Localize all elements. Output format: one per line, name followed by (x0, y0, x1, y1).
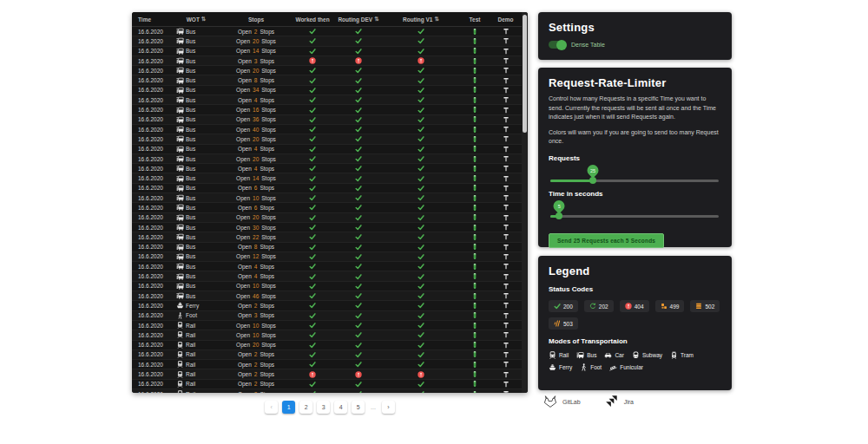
column-header-routing-dev[interactable]: Routing DEV⇅ (335, 16, 382, 23)
send-requests-button[interactable]: Send 25 Requests each 5 Seconds (549, 233, 664, 248)
transport-mode-funicular: Funicular (609, 363, 643, 371)
hammer-icon (503, 331, 510, 338)
worked-then-cell (290, 116, 335, 123)
table-row[interactable]: 16.6.2020BusOpen36Stops (132, 115, 522, 125)
demo-cell (490, 371, 522, 378)
table-row[interactable]: 16.6.2020RailOpen2Stops (132, 380, 522, 389)
table-row[interactable]: 16.6.2020BusOpen40Stops (132, 125, 522, 134)
worked-then-cell (290, 312, 335, 319)
table-row[interactable]: 16.6.2020RailOpen2Stops (132, 350, 522, 360)
table-row[interactable]: 16.6.2020BusOpen20Stops (132, 66, 522, 75)
table-row[interactable]: 16.6.2020BusOpen20Stops (132, 134, 522, 144)
table-row[interactable]: 16.6.2020RailOpen2Stops (132, 389, 522, 393)
pagination-prev-button[interactable]: ‹ (265, 401, 278, 414)
table-row[interactable]: 16.6.2020BusOpen8Stops (132, 75, 522, 85)
routing-dev-cell (335, 322, 382, 329)
test-cell (460, 390, 490, 393)
pagination-page-2[interactable]: 2 (299, 401, 312, 414)
table-row[interactable]: 16.6.2020BusOpen3Stops (132, 56, 522, 66)
column-header-label: Demo (497, 16, 513, 23)
time-cell: 16.6.2020 (132, 253, 170, 259)
time-cell: 16.6.2020 (132, 146, 170, 152)
gitlab-icon (543, 395, 557, 408)
table-scrollbar-thumb[interactable] (523, 15, 527, 133)
stops-cell: Open20Stops (222, 214, 290, 220)
routing-v1-cell (382, 302, 460, 309)
table-row[interactable]: 16.6.2020BusOpen46Stops (132, 291, 522, 301)
test-tube-icon (471, 282, 478, 290)
jira-link[interactable]: Jira (605, 395, 634, 408)
time-slider-thumb[interactable] (556, 212, 562, 219)
table-row[interactable]: 16.6.2020BusOpen22Stops (132, 232, 522, 242)
table-row[interactable]: 16.6.2020BusOpen6Stops (132, 184, 522, 193)
table-row[interactable]: 16.6.2020RailOpen2Stops (132, 369, 522, 379)
table-row[interactable]: 16.6.2020BusOpen4Stops (132, 145, 522, 154)
test-tube-icon (471, 28, 478, 36)
table-row[interactable]: 16.6.2020BusOpen14Stops (132, 173, 522, 183)
routing-dev-cell (335, 67, 382, 74)
table-row[interactable]: 16.6.2020BusOpen4Stops (132, 271, 522, 281)
table-row[interactable]: 16.6.2020BusOpen10Stops (132, 193, 522, 203)
column-header-wot[interactable]: WOT⇅ (170, 16, 222, 23)
check-icon (355, 390, 362, 393)
test-tube-icon (471, 252, 478, 260)
pagination-page-4[interactable]: 4 (334, 401, 347, 414)
check-icon (418, 390, 424, 393)
time-cell: 16.6.2020 (132, 273, 170, 279)
check-icon (309, 253, 316, 260)
check-icon (418, 292, 424, 299)
table-row[interactable]: 16.6.2020BusOpen14Stops (132, 47, 522, 56)
check-icon (355, 126, 362, 133)
check-icon (355, 312, 362, 319)
pagination-next-button[interactable]: › (382, 401, 395, 414)
mode-cell: Bus (170, 146, 222, 153)
tram-icon (670, 351, 678, 359)
table-row[interactable]: 16.6.2020BusOpen16Stops (132, 105, 522, 114)
table-row[interactable]: 16.6.2020BusOpen4Stops (132, 164, 522, 173)
check-icon (418, 96, 424, 103)
table-row[interactable]: 16.6.2020RailOpen20Stops (132, 341, 522, 350)
requests-slider-thumb[interactable] (589, 177, 596, 184)
table-row[interactable]: 16.6.2020BusOpen12Stops (132, 252, 522, 262)
requests-slider-fill (550, 180, 593, 182)
rail-icon (549, 351, 556, 359)
table-row[interactable]: 16.6.2020BusOpen6Stops (132, 203, 522, 212)
table-row[interactable]: 16.6.2020BusOpen20Stops (132, 213, 522, 223)
table-row[interactable]: 16.6.2020RailOpen10Stops (132, 321, 522, 330)
time-cell: 16.6.2020 (132, 116, 170, 122)
column-header-routing-v1[interactable]: Routing V1⇅ (382, 16, 460, 23)
time-slider[interactable]: 5 (550, 215, 719, 218)
table-row[interactable]: 16.6.2020FerryOpen2Stops (132, 301, 522, 310)
stops-cell: Open4Stops (222, 97, 290, 103)
table-row[interactable]: 16.6.2020BusOpen2Stops (132, 27, 522, 36)
table-row[interactable]: 16.6.2020BusOpen4Stops (132, 95, 522, 105)
requests-slider[interactable]: 25 (550, 180, 719, 182)
demo-cell (490, 381, 522, 388)
pagination-page-5[interactable]: 5 (352, 401, 365, 414)
table-row[interactable]: 16.6.2020BusOpen10Stops (132, 282, 522, 291)
table-row[interactable]: 16.6.2020BusOpen34Stops (132, 86, 522, 95)
routing-v1-cell (382, 283, 460, 290)
funicular-icon (609, 363, 617, 371)
table-row[interactable]: 16.6.2020RailOpen2Stops (132, 360, 522, 369)
routing-dev-cell (335, 116, 382, 123)
dense-table-toggle[interactable] (549, 41, 566, 49)
table-row[interactable]: 16.6.2020FootOpen3Stops (132, 311, 522, 321)
pagination-page-1[interactable]: 1 (282, 401, 295, 414)
routing-v1-cell (382, 48, 460, 55)
mode-cell: Bus (170, 126, 222, 133)
routing-dev-cell (335, 233, 382, 240)
pagination-page-3[interactable]: 3 (317, 401, 330, 414)
gitlab-link[interactable]: GitLab (543, 395, 581, 408)
table-row[interactable]: 16.6.2020BusOpen30Stops (132, 223, 522, 232)
hammer-icon (503, 253, 510, 260)
table-row[interactable]: 16.6.2020BusOpen8Stops (132, 243, 522, 252)
bus-icon (176, 194, 184, 201)
table-row[interactable]: 16.6.2020RailOpen10Stops (132, 330, 522, 340)
table-row[interactable]: 16.6.2020BusOpen20Stops (132, 154, 522, 164)
table-row[interactable]: 16.6.2020BusOpen4Stops (132, 262, 522, 271)
error-icon (418, 57, 424, 64)
table-scrollbar[interactable] (522, 12, 528, 393)
table-row[interactable]: 16.6.2020BusOpen20Stops (132, 36, 522, 46)
demo-cell (490, 283, 522, 290)
